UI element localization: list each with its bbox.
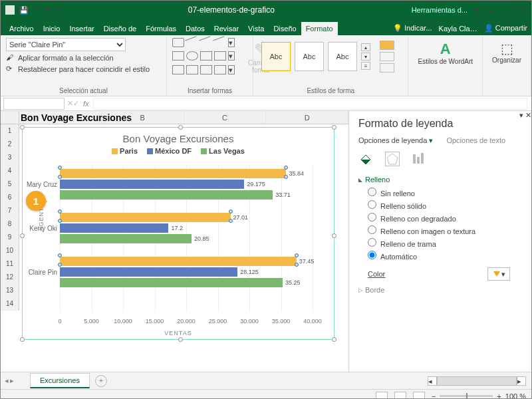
save-icon[interactable]: 💾 [19, 6, 29, 15]
x-axis-label[interactable]: VENTAS [164, 330, 192, 336]
tab-datos[interactable]: Datos [181, 22, 209, 35]
section-header-fill[interactable]: Relleno [358, 176, 510, 184]
pane-close-icon[interactable]: ✕ [525, 111, 531, 119]
plot-area[interactable]: 05.00010.00015.00020.00025.00030.00035.0… [60, 165, 321, 313]
zoom-in-icon[interactable]: + [497, 392, 501, 400]
fill-option[interactable]: Relleno de trama [368, 238, 510, 248]
fill-option[interactable]: Sin relleno [368, 188, 510, 198]
fx-icon[interactable]: fx [83, 100, 89, 108]
undo-icon[interactable]: ↶ [34, 6, 40, 15]
formula-input[interactable] [93, 98, 527, 110]
chart-title[interactable]: Bon Voyage Excursiones [23, 133, 334, 144]
bar-Las Vegas[interactable] [60, 190, 273, 200]
cell-a1-text: Bon Voyage Excursiones [21, 112, 132, 123]
maximize-icon[interactable]: ☐ [505, 6, 512, 15]
col-header[interactable]: D [266, 111, 348, 124]
row-header[interactable]: 11 [1, 257, 19, 271]
zoom-level[interactable]: 100 % [505, 392, 526, 400]
share-button[interactable]: 👤 Compartir [484, 24, 527, 33]
bar-Paris[interactable] [60, 257, 297, 266]
pane-dropdown-icon[interactable]: ▾ [519, 111, 523, 119]
row-header[interactable]: 6 [1, 191, 19, 204]
tab-vista[interactable]: Vista [243, 22, 269, 35]
tell-me[interactable]: 💡 Indicar... [393, 24, 432, 33]
section-header-border[interactable]: Borde [358, 286, 510, 294]
tab-chart-diseno[interactable]: Diseño [269, 22, 301, 35]
fx-accept-icon[interactable]: ✓ [73, 99, 79, 108]
fill-option[interactable]: Relleno con degradado [368, 213, 510, 223]
format-selection-button[interactable]: 🖌Aplicar formato a la selección [6, 53, 161, 63]
tab-nav-prev-icon[interactable]: ◂ [5, 376, 9, 385]
worksheet-grid[interactable]: A B C D 1234567891011121314 Bon Voyage E… [1, 111, 349, 372]
select-all-corner[interactable] [1, 111, 19, 124]
doc-title: 07-elementos-de-grafico [61, 5, 402, 15]
row-header[interactable]: 3 [1, 151, 19, 164]
pane-tab-text-options[interactable]: Opciones de texto [446, 136, 505, 145]
chart-element-select[interactable]: Serie "Claire Pin" [6, 38, 126, 51]
row-header[interactable]: 8 [1, 217, 19, 231]
view-pagebreak-icon[interactable] [413, 392, 425, 400]
gallery-scroll[interactable]: ▴▾≡ [361, 43, 370, 70]
name-box[interactable] [3, 98, 65, 110]
row-header[interactable]: 2 [1, 138, 19, 151]
tab-chart-formato[interactable]: Formato [301, 22, 338, 35]
shape-style-3[interactable]: Abc [328, 42, 357, 71]
arrange-button[interactable]: ⬚ Organizar [488, 38, 525, 66]
zoom-out-icon[interactable]: − [432, 392, 436, 400]
row-header[interactable]: 14 [1, 297, 19, 311]
hscrollbar[interactable]: ◂▸ [428, 376, 526, 386]
fx-cancel-icon[interactable]: ✕ [67, 99, 73, 108]
wordart-styles-button[interactable]: A Estilos de WordArt [414, 38, 477, 68]
sheet-tab-active[interactable]: Excursiones [30, 373, 90, 388]
sheet-tab-strip: ◂ ▸ Excursiones + ◂▸ [1, 372, 531, 389]
group-label: Selección actual [6, 87, 161, 94]
view-normal-icon[interactable] [376, 392, 388, 400]
row-header[interactable]: 9 [1, 231, 19, 244]
minimize-icon[interactable]: — [489, 6, 496, 15]
view-layout-icon[interactable] [394, 392, 406, 400]
bar-Las Vegas[interactable] [60, 234, 192, 243]
bar-México DF[interactable] [60, 267, 237, 277]
close-icon[interactable]: ✕ [521, 6, 527, 15]
row-header[interactable]: 13 [1, 284, 19, 297]
shape-style-1[interactable]: Abc [261, 42, 291, 71]
ribbon-opts-icon[interactable]: ▭ [473, 6, 479, 15]
row-header[interactable]: 12 [1, 271, 19, 284]
row-header[interactable]: 5 [1, 178, 19, 191]
legend-props-icon[interactable] [412, 152, 426, 166]
fill-option[interactable]: Automático [368, 251, 510, 261]
fill-option[interactable]: Relleno sólido [368, 200, 510, 210]
bar-México DF[interactable] [60, 180, 244, 189]
tab-inicio[interactable]: Inicio [39, 22, 65, 35]
shape-style-2[interactable]: Abc [295, 42, 324, 71]
effects-icon[interactable] [385, 152, 400, 166]
tab-revisar[interactable]: Revisar [209, 22, 243, 35]
row-header[interactable]: 4 [1, 164, 19, 178]
row-header[interactable]: 7 [1, 204, 19, 217]
bar-Paris[interactable] [60, 213, 231, 222]
tab-diseno-pagina[interactable]: Diseño de [99, 22, 142, 35]
reset-style-button[interactable]: ⟳Restablecer para hacer coincidir el est… [6, 65, 161, 74]
bar-Las Vegas[interactable] [60, 278, 283, 287]
color-picker[interactable]: ▾ [487, 267, 510, 281]
bar-México DF[interactable] [60, 223, 168, 233]
new-sheet-button[interactable]: + [95, 375, 107, 387]
shape-gallery[interactable]: ▾ ▾ ▾ [172, 38, 240, 76]
embedded-chart[interactable]: Bon Voyage Excursiones Paris México DF L… [22, 127, 334, 340]
tab-archivo[interactable]: Archivo [5, 22, 39, 35]
shape-fill-outline-effects[interactable] [380, 41, 394, 72]
row-header[interactable]: 1 [1, 124, 19, 138]
row-header[interactable]: 10 [1, 244, 19, 257]
tab-nav-next-icon[interactable]: ▸ [10, 376, 14, 385]
tab-formulas[interactable]: Fórmulas [141, 22, 181, 35]
chart-legend[interactable]: Paris México DF Las Vegas [23, 147, 334, 155]
fill-line-icon[interactable] [358, 152, 373, 166]
redo-icon[interactable]: ↷ [45, 6, 51, 15]
zoom-slider[interactable] [440, 395, 493, 397]
account-user[interactable]: Kayla Cla… [439, 25, 477, 33]
bar-Paris[interactable] [60, 169, 286, 178]
col-header[interactable]: C [184, 111, 267, 124]
pane-tab-legend-options[interactable]: Opciones de leyenda ▾ [358, 136, 433, 145]
tab-insertar[interactable]: Insertar [65, 22, 98, 35]
fill-option[interactable]: Relleno con imagen o textura [368, 225, 510, 235]
